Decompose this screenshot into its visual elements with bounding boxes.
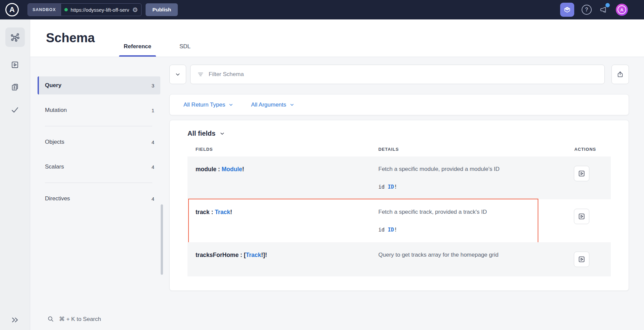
run-in-explorer-button[interactable] [574,166,589,181]
nav-item-scalars[interactable]: Scalars 4 [38,158,160,176]
graph-url-group: SANDBOX https://odyssey-lift-off-serv ⚙ [28,3,142,16]
field-name: track : [196,209,215,215]
return-types-dropdown[interactable]: All Return Types [183,102,233,108]
nav-divider [45,126,152,126]
filter-options-button[interactable] [169,65,186,84]
share-export-icon [616,71,624,78]
sandbox-badge: SANDBOX [28,4,61,16]
all-fields-toggle[interactable]: All fields [187,130,611,137]
field-description: Query to get tracks array for the homepa… [378,252,552,258]
argument-type-link[interactable]: ID [388,227,394,233]
nav-item-query[interactable]: Query 3 [38,76,160,94]
column-header-actions: ACTIONS [552,147,603,152]
field-suffix: !]! [261,252,267,258]
column-header-details: DETAILS [378,147,552,152]
announcements-button[interactable] [599,5,608,14]
question-icon: ? [585,7,588,13]
nav-item-count: 4 [152,196,154,202]
nav-item-count: 3 [152,83,154,88]
nav-item-label: Mutation [45,107,67,114]
scrollbar-thumb[interactable] [161,204,163,275]
connection-status-icon [64,8,68,11]
field-name: tracksForHome : [ [196,252,246,258]
endpoint-url-field[interactable]: https://odyssey-lift-off-serv ⚙ [61,7,142,13]
checkmark-icon [10,105,19,114]
sidebar-item-checks[interactable] [10,105,19,114]
endpoint-url-text[interactable]: https://odyssey-lift-off-serv [71,7,129,13]
table-row-tracksForHome: tracksForHome : [Track!]! Query to get t… [187,242,611,276]
argument-name: id [378,227,385,233]
nav-item-count: 1 [152,108,154,113]
search-icon [47,315,54,323]
field-details: Fetch a specific track, provided a track… [378,209,552,233]
argument-type-link[interactable]: ID [388,184,394,190]
table-header-row: FIELDS DETAILS ACTIONS [187,144,611,156]
nav-item-label: Directives [45,195,70,202]
field-details: Fetch a specific module, provided a modu… [378,166,552,190]
nav-divider [45,183,152,183]
arguments-label: All Arguments [251,102,286,108]
sidebar-item-explorer[interactable] [10,60,19,69]
column-header-fields: FIELDS [196,147,378,152]
user-avatar[interactable]: A [616,4,628,16]
nav-item-directives[interactable]: Directives 4 [38,190,160,208]
all-fields-card: All fields FIELDS DETAILS ACTIONS module… [169,120,629,291]
help-button[interactable]: ? [582,5,592,15]
changelog-diff-icon [10,83,19,92]
nav-item-count: 4 [152,139,154,145]
field-description: Fetch a specific module, provided a modu… [378,166,552,173]
schema-search-trigger[interactable]: ⌘ + K to Search [47,315,101,323]
page-header: Schema Reference SDL [30,19,644,57]
avatar-letter: A [618,5,626,14]
chevron-down-icon [219,131,225,136]
table-row-module: module : Module! Fetch a specific module… [187,156,611,199]
gear-icon[interactable]: ⚙ [132,7,138,13]
field-description: Fetch a specific track, provided a track… [378,209,552,215]
left-icon-rail [0,19,30,330]
field-suffix: ! [230,209,232,215]
export-button[interactable] [611,65,629,84]
field-name: module : [196,166,222,173]
sandbox-mode-button[interactable] [560,3,574,17]
run-in-explorer-button[interactable] [574,252,589,267]
filter-schema-field[interactable] [190,65,605,84]
argument-name: id [378,184,385,190]
field-details: Query to get tracks array for the homepa… [378,252,552,267]
collapse-sidebar-button[interactable] [11,316,19,324]
nav-item-count: 4 [152,164,154,170]
filter-schema-input[interactable] [209,71,598,78]
apollo-logo-letter: A [9,5,15,14]
type-link-track[interactable]: Track [246,252,261,258]
nav-item-mutation[interactable]: Mutation 1 [38,101,160,119]
table-row-track: track : Track! Fetch a specific track, p… [187,199,611,242]
schema-graph-icon [10,32,20,42]
type-link-module[interactable]: Module [222,166,242,173]
sidebar-item-changelog[interactable] [10,83,19,92]
arguments-dropdown[interactable]: All Arguments [251,102,294,108]
tab-reference[interactable]: Reference [119,43,156,57]
play-square-icon [578,255,586,263]
tab-bar: Reference SDL [119,19,195,57]
field-signature: tracksForHome : [Track!]! [196,252,378,267]
schema-reference-panel: All Return Types All Arguments All field… [160,57,644,330]
field-signature: track : Track! [196,209,378,233]
tab-sdl[interactable]: SDL [175,43,195,57]
chevron-down-icon [289,102,294,107]
double-chevron-right-icon [11,316,19,324]
publish-button[interactable]: Publish [146,3,178,16]
tab-sdl-label: SDL [179,43,191,50]
nav-item-objects[interactable]: Objects 4 [38,133,160,151]
type-link-track[interactable]: Track [215,209,230,215]
filter-chips-card: All Return Types All Arguments [169,94,629,115]
active-tab-indicator [119,55,156,57]
apollo-logo-icon: A [5,3,19,16]
run-in-explorer-button[interactable] [574,209,589,224]
field-suffix: ! [242,166,244,173]
page-title: Schema [46,31,95,45]
chevron-down-icon [228,102,233,107]
sidebar-item-schema[interactable] [5,27,25,47]
argument-bang: ! [394,184,397,190]
explorer-play-icon [10,60,19,69]
field-arguments: id ID! [378,184,552,190]
notification-dot [605,3,610,7]
